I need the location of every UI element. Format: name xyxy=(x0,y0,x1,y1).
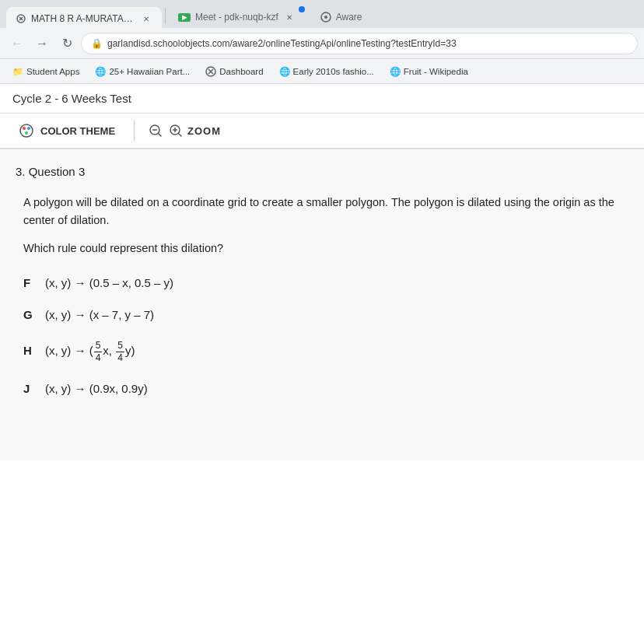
bookmark-label-4: Early 2010s fashio... xyxy=(293,67,374,76)
meet-tab-close[interactable]: ✕ xyxy=(283,11,296,23)
svg-point-4 xyxy=(20,124,33,137)
choice-h[interactable]: H (x, y) → (54x, 54y) xyxy=(23,340,628,363)
globe-icon-3: 🌐 xyxy=(390,66,401,77)
choice-j-content: (x, y) → (0.9x, 0.9y) xyxy=(45,382,148,395)
choice-h-content: (x, y) → (54x, 54y) xyxy=(45,340,135,363)
bookmark-label-2: 25+ Hawaiian Part... xyxy=(109,67,190,76)
bookmark-label-3: Dashboard xyxy=(219,67,263,76)
globe-icon-2: 🌐 xyxy=(279,66,290,77)
address-bar[interactable]: 🔒 garlandisd.schoolobjects.com/aware2/on… xyxy=(81,33,638,54)
refresh-button[interactable]: ↻ xyxy=(56,33,78,54)
choice-g-content: (x, y) → (x – 7, y – 7) xyxy=(45,308,154,321)
folder-icon: 📁 xyxy=(12,66,23,77)
bookmark-hawaiian[interactable]: 🌐 25+ Hawaiian Part... xyxy=(89,65,196,79)
url-text: garlandisd.schoolobjects.com/aware2/onli… xyxy=(107,38,628,49)
back-button[interactable]: ← xyxy=(6,33,28,54)
zoom-controls: ZOOM xyxy=(147,122,221,139)
math-tab-icon xyxy=(16,13,26,24)
choice-f-content: (x, y) → (0.5 – x, 0.5 – y) xyxy=(45,276,173,289)
choice-j[interactable]: J (x, y) → (0.9x, 0.9y) xyxy=(23,382,628,395)
tab-math[interactable]: MATH 8 R A-MURATALLA ✕ xyxy=(6,7,162,30)
fraction-5-4-y: 54 xyxy=(116,340,124,363)
svg-point-6 xyxy=(27,127,30,130)
svg-line-12 xyxy=(179,134,182,137)
globe-icon-1: 🌐 xyxy=(95,66,106,77)
question-number: 3. Question 3 xyxy=(16,165,628,178)
choice-g-letter: G xyxy=(23,308,36,321)
svg-point-2 xyxy=(324,16,327,19)
choice-h-letter: H xyxy=(23,344,36,357)
svg-point-5 xyxy=(23,127,26,130)
question-prompt-text: Which rule could represent this dilation… xyxy=(23,242,628,254)
bookmarks-bar: 📁 Student Apps 🌐 25+ Hawaiian Part... Da… xyxy=(0,59,644,84)
aware-tab-icon xyxy=(320,12,331,23)
browser-window: MATH 8 R A-MURATALLA ✕ ▶ Meet - pdk-nuqb… xyxy=(0,0,644,644)
tab-meet[interactable]: ▶ Meet - pdk-nuqb-kzf ✕ xyxy=(169,6,305,28)
question-area: 3. Question 3 A polygon will be dilated … xyxy=(0,149,644,460)
fraction-5-4-x: 54 xyxy=(94,340,103,363)
circle-icon xyxy=(205,66,216,77)
test-title: Cycle 2 - 6 Weeks Test xyxy=(0,84,644,114)
math-tab-close[interactable]: ✕ xyxy=(140,12,152,25)
choice-f-letter: F xyxy=(23,276,36,289)
meet-tab-label: Meet - pdk-nuqb-kzf xyxy=(195,12,278,23)
aware-tab-label: Aware xyxy=(336,12,364,23)
zoom-label: ZOOM xyxy=(187,125,221,137)
answer-choices: F (x, y) → (0.5 – x, 0.5 – y) G (x, y) →… xyxy=(23,276,628,395)
choice-f[interactable]: F (x, y) → (0.5 – x, 0.5 – y) xyxy=(23,276,628,289)
bookmark-dashboard[interactable]: Dashboard xyxy=(199,65,269,79)
color-theme-label: COLOR THEME xyxy=(40,125,115,137)
bookmark-label-5: Fruit - Wikipedia xyxy=(404,67,468,76)
bookmark-fruit[interactable]: 🌐 Fruit - Wikipedia xyxy=(383,65,474,79)
tab-bar: MATH 8 R A-MURATALLA ✕ ▶ Meet - pdk-nuqb… xyxy=(0,0,644,28)
bookmark-fashion[interactable]: 🌐 Early 2010s fashio... xyxy=(273,65,380,79)
choice-g[interactable]: G (x, y) → (x – 7, y – 7) xyxy=(23,308,628,321)
test-title-text: Cycle 2 - 6 Weeks Test xyxy=(12,92,131,105)
forward-button[interactable]: → xyxy=(31,33,53,54)
tab-aware[interactable]: Aware xyxy=(311,6,373,28)
math-tab-label: MATH 8 R A-MURATALLA xyxy=(31,13,135,24)
bookmark-student-apps[interactable]: 📁 Student Apps xyxy=(6,65,86,79)
color-theme-button[interactable]: COLOR THEME xyxy=(12,120,121,142)
svg-point-7 xyxy=(25,131,28,135)
question-body-text: A polygon will be dilated on a coordinat… xyxy=(23,194,628,229)
bookmark-label-1: Student Apps xyxy=(26,67,79,76)
meet-tab-icon: ▶ xyxy=(178,13,191,22)
tab-separator-1 xyxy=(165,9,166,24)
toolbar-divider xyxy=(134,120,135,142)
zoom-in-icon[interactable] xyxy=(167,122,184,139)
meet-dot-indicator xyxy=(299,6,305,12)
lock-icon: 🔒 xyxy=(91,38,103,49)
test-toolbar: COLOR THEME xyxy=(0,114,644,149)
svg-line-9 xyxy=(159,134,162,137)
content-area: Cycle 2 - 6 Weeks Test COLOR THEME xyxy=(0,84,644,644)
palette-icon xyxy=(19,123,34,138)
zoom-out-icon[interactable] xyxy=(147,122,164,139)
choice-j-letter: J xyxy=(23,382,36,395)
navigation-toolbar: ← → ↻ 🔒 garlandisd.schoolobjects.com/awa… xyxy=(0,28,644,59)
